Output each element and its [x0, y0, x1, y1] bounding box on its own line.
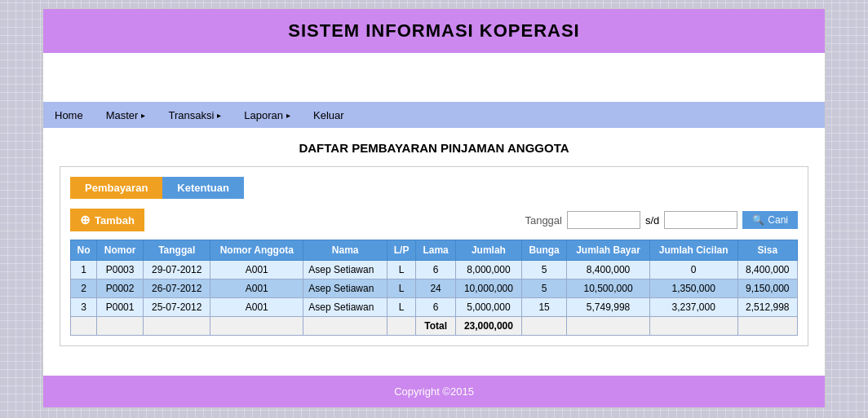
nav-laporan[interactable]: Laporan ▸	[232, 102, 302, 128]
date-to-input[interactable]	[664, 211, 737, 229]
plus-icon: ⊕	[80, 213, 91, 227]
nav-master[interactable]: Master ▸	[95, 102, 157, 128]
toolbar: ⊕ Tambah Tanggal s/d 🔍 Cani	[70, 209, 798, 231]
footer-copyright: Copyright ©2015	[394, 385, 474, 398]
logo-area	[43, 53, 825, 102]
table-row: 1P000329-07-2012A001Asep SetiawanL68,000…	[71, 261, 798, 279]
col-tanggal: Tanggal	[144, 240, 210, 261]
col-nomor-anggota: Nomor Anggota	[210, 240, 303, 261]
tabs: Pembayaran Ketentuan	[70, 177, 798, 199]
table-row: 3P000125-07-2012A001Asep SetiawanL65,000…	[71, 298, 798, 317]
tab-pembayaran[interactable]: Pembayaran	[70, 177, 162, 199]
nav-transaksi[interactable]: Transaksi ▸	[157, 102, 232, 128]
col-jumlah-bayar: Jumlah Bayar	[567, 240, 649, 261]
nav-home[interactable]: Home	[43, 102, 95, 128]
data-table: No Nomor Tanggal Nomor Anggota Nama L/P …	[70, 240, 798, 336]
chevron-down-icon: ▸	[217, 111, 221, 120]
col-nama: Nama	[303, 240, 388, 261]
table-header-row: No Nomor Tanggal Nomor Anggota Nama L/P …	[71, 240, 798, 261]
tanggal-label: Tanggal	[525, 214, 562, 227]
chevron-down-icon: ▸	[141, 111, 145, 120]
col-no: No	[71, 240, 97, 261]
col-jumlah: Jumlah	[456, 240, 522, 261]
page-content: DAFTAR PEMBAYARAN PINJAMAN ANGGOTA Pemba…	[43, 128, 825, 359]
nav-keluar[interactable]: Keluar	[302, 102, 356, 128]
search-icon: 🔍	[752, 214, 764, 226]
page-title: DAFTAR PEMBAYARAN PINJAMAN ANGGOTA	[60, 141, 808, 155]
chevron-down-icon: ▸	[286, 111, 290, 120]
site-title: SISTEM INFORMASI KOPERASI	[43, 20, 825, 42]
footer-bar: Copyright ©2015	[43, 376, 825, 407]
col-nomor: Nomor	[97, 240, 144, 261]
col-bunga: Bunga	[521, 240, 567, 261]
search-area: Tanggal s/d 🔍 Cani	[525, 211, 798, 229]
nav-bar: Home Master ▸ Transaksi ▸ Laporan ▸ Kelu…	[43, 102, 825, 128]
tambah-button[interactable]: ⊕ Tambah	[70, 209, 144, 231]
header-bar: SISTEM INFORMASI KOPERASI	[43, 9, 825, 53]
tab-ketentuan[interactable]: Ketentuan	[162, 177, 244, 199]
tab-container: Pembayaran Ketentuan ⊕ Tambah Tanggal s/…	[60, 166, 808, 346]
col-lp: L/P	[388, 240, 416, 261]
cari-button[interactable]: 🔍 Cani	[742, 211, 798, 229]
col-lama: Lama	[416, 240, 456, 261]
col-jumlah-cicilan: Jumlah Cicilan	[649, 240, 737, 261]
date-from-input[interactable]	[567, 211, 640, 229]
main-container: SISTEM INFORMASI KOPERASI Home Master ▸ …	[42, 8, 826, 408]
total-row: Total23,000,000	[71, 317, 798, 336]
table-row: 2P000226-07-2012A001Asep SetiawanL2410,0…	[71, 279, 798, 298]
sd-label: s/d	[645, 214, 659, 227]
col-sisa: Sisa	[737, 240, 797, 261]
